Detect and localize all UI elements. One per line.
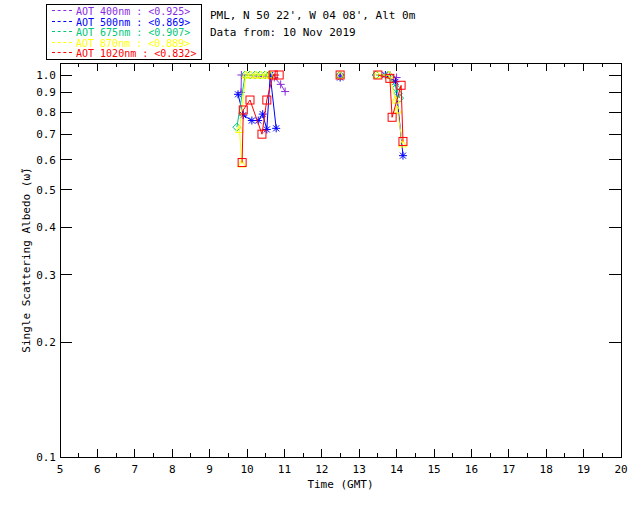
y-tick-label: 0.1 (36, 451, 56, 464)
x-tick-label: 10 (240, 463, 253, 476)
x-tick-label: 16 (465, 463, 478, 476)
ssa-plot-page: AOT 400nm : <0.925>AOT 500nm : <0.869>AO… (0, 0, 640, 512)
series-line (240, 75, 271, 164)
ssa-chart: 5678910111213141516171819201.00.90.80.70… (0, 0, 640, 512)
x-tick-label: 7 (131, 463, 138, 476)
x-tick-label: 6 (94, 463, 101, 476)
x-tick-label: 8 (169, 463, 176, 476)
plot-box (60, 63, 621, 457)
x-tick-label: 5 (57, 463, 64, 476)
x-tick-label: 15 (427, 463, 440, 476)
x-tick-label: 14 (390, 463, 404, 476)
series-line (378, 75, 403, 141)
y-tick-label: 0.3 (36, 269, 56, 282)
y-tick-label: 1.0 (36, 69, 56, 82)
x-axis-label: Time (GMT) (307, 478, 373, 491)
series-aot-870nm (236, 71, 407, 167)
y-tick-label: 0.5 (36, 184, 56, 197)
x-tick-label: 13 (353, 463, 366, 476)
y-tick-label: 0.7 (36, 128, 56, 141)
x-tick-label: 18 (540, 463, 553, 476)
x-tick-label: 9 (206, 463, 213, 476)
y-tick-label: 0.2 (36, 336, 56, 349)
y-tick-label: 0.4 (36, 221, 56, 234)
x-tick-label: 20 (614, 463, 627, 476)
x-tick-label: 11 (278, 463, 291, 476)
x-tick-label: 12 (315, 463, 328, 476)
y-tick-label: 0.9 (36, 86, 56, 99)
x-tick-label: 17 (502, 463, 515, 476)
x-tick-label: 19 (577, 463, 590, 476)
y-tick-label: 0.6 (36, 154, 56, 167)
y-axis-label: Single Scattering Albedo (ω̃) (20, 167, 33, 352)
y-tick-label: 0.8 (36, 106, 56, 119)
series-aot-500nm (234, 71, 407, 160)
